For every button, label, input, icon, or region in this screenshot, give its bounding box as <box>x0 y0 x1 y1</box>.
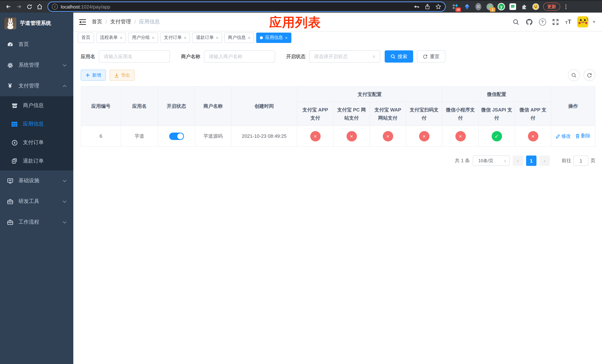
col-merchant: 商户名称 <box>195 86 231 126</box>
add-button[interactable]: 新增 <box>81 70 106 81</box>
close-tab-icon[interactable]: × <box>216 35 218 40</box>
page-1-button[interactable]: 1 <box>526 156 537 166</box>
status-select[interactable]: 请选择开启状态 ∨ <box>309 50 380 63</box>
app-name-label: 应用名 <box>81 53 95 60</box>
sidebar-item-label: 商户信息 <box>23 102 44 109</box>
delete-button[interactable]: 删除 <box>575 133 591 139</box>
next-page-button[interactable]: › <box>539 156 550 166</box>
breadcrumb-home[interactable]: 首页 <box>92 19 102 25</box>
sidebar-item-merchant-info[interactable]: 商户信息 <box>0 96 73 115</box>
extension-blocks-icon[interactable]: 10 <box>452 3 459 10</box>
sidebar-item-infrastructure[interactable]: 基础设施 <box>0 170 73 191</box>
reload-icon[interactable] <box>24 2 34 11</box>
sidebar-item-payment[interactable]: ¥ 支付管理 <box>0 75 73 96</box>
status-toggle[interactable] <box>169 132 184 140</box>
refresh-table-button[interactable] <box>583 69 595 81</box>
edit-button[interactable]: 修改 <box>556 133 571 139</box>
search-button[interactable]: 搜索 <box>385 50 413 63</box>
sidebar-item-pay-orders[interactable]: ¥ 支付订单 <box>0 133 73 152</box>
share-icon[interactable] <box>425 4 430 10</box>
close-tab-icon[interactable]: × <box>248 35 250 40</box>
reset-button[interactable]: 重置 <box>417 50 445 63</box>
url-bar[interactable]: i localhost:1024/pay/app <box>47 1 446 12</box>
toggle-search-button[interactable] <box>568 69 580 81</box>
app-title: 芋道管理系统 <box>20 20 51 27</box>
tab-流程表单[interactable]: 流程表单× <box>96 32 126 43</box>
sidebar-item-app-info[interactable]: 应用信息 <box>0 115 73 133</box>
col-actions: 操作 <box>551 86 595 126</box>
extension-command-icon[interactable]: ⌘ <box>475 3 482 10</box>
config-status-wx-jsapi: ✓ <box>492 131 502 141</box>
site-info-icon[interactable]: i <box>52 4 58 10</box>
tab-label: 应用信息 <box>265 34 283 41</box>
total-count: 共 1 条 <box>455 157 470 164</box>
document-icon <box>11 158 18 164</box>
breadcrumb-payment[interactable]: 支付管理 <box>110 19 131 25</box>
col-wx-app: 微信 APP 支付 <box>515 102 551 126</box>
sidebar-fold-icon[interactable] <box>73 19 92 25</box>
search-icon[interactable] <box>512 18 520 26</box>
tab-首页[interactable]: 首页 <box>78 32 94 43</box>
extension-gem-icon[interactable] <box>463 3 471 10</box>
extension-y-icon[interactable]: y <box>498 3 505 10</box>
table-row: 6 芋道 芋道源码 2021-10-23 08:49:25 × × × × × … <box>81 126 595 146</box>
tab-应用信息[interactable]: 应用信息× <box>256 32 291 43</box>
home-icon[interactable] <box>35 2 44 11</box>
sidebar-item-refund-orders[interactable]: 退款订单 <box>0 152 73 170</box>
browser-menu-icon[interactable] <box>563 4 568 9</box>
chevron-down-icon <box>63 64 67 66</box>
prev-page-button[interactable]: ‹ <box>513 156 523 166</box>
user-avatar[interactable] <box>577 16 588 27</box>
cell-app-id: 6 <box>81 126 121 146</box>
url-text[interactable]: localhost:1024/pay/app <box>61 4 414 10</box>
extension-chat-icon[interactable] <box>509 3 516 10</box>
close-tab-icon[interactable]: × <box>285 35 288 40</box>
forward-icon[interactable] <box>14 2 24 11</box>
fullscreen-icon[interactable] <box>552 18 559 26</box>
col-status: 开启状态 <box>158 86 195 126</box>
close-tab-icon[interactable]: × <box>152 35 154 40</box>
app-logo[interactable]: 芋道管理系统 <box>0 13 73 34</box>
sidebar-item-dev-tools[interactable]: 研发工具 <box>0 191 73 212</box>
back-icon[interactable] <box>4 2 13 11</box>
extensions-strip: 10 ⌘ 1 y <box>452 3 539 10</box>
export-button[interactable]: 导出 <box>110 70 135 81</box>
col-app-id: 应用编号 <box>81 86 121 126</box>
tab-支付订单[interactable]: 支付订单× <box>160 32 190 43</box>
config-status-alipay-wap: × <box>383 131 393 141</box>
github-icon[interactable] <box>526 18 533 26</box>
close-tab-icon[interactable]: × <box>184 35 186 40</box>
search-icon <box>391 54 395 59</box>
yen-icon: ¥ <box>7 82 13 90</box>
tab-label: 支付订单 <box>164 34 182 41</box>
sidebar-item-system[interactable]: 系统管理 <box>0 55 73 75</box>
bookmark-star-icon[interactable] <box>435 4 441 10</box>
browser-update-button[interactable]: 更新 <box>543 3 560 11</box>
merchant-name-input[interactable]: 请输入商户名称 <box>204 50 275 63</box>
config-status-wx-mini: × <box>455 131 466 141</box>
help-icon[interactable]: ? <box>539 18 546 25</box>
profile-avatar-icon[interactable] <box>532 3 539 10</box>
page-size-select[interactable]: 10条/页 ∨ <box>473 156 510 166</box>
col-alipay-qr: 支付宝扫码支付 <box>406 102 442 126</box>
extension-circle-icon[interactable]: 1 <box>486 3 494 10</box>
breadcrumb-separator: / <box>134 19 136 25</box>
cell-app-name: 芋道 <box>121 126 158 146</box>
shop-icon <box>11 102 18 109</box>
avatar-caret-icon[interactable]: ▼ <box>592 20 596 24</box>
sidebar-item-label: 系统管理 <box>19 62 39 68</box>
password-key-icon[interactable] <box>414 4 419 10</box>
extensions-puzzle-icon[interactable] <box>521 3 528 10</box>
sidebar-item-workflow[interactable]: 工作流程 <box>0 212 73 233</box>
close-tab-icon[interactable]: × <box>120 35 122 40</box>
tab-用户分组[interactable]: 用户分组× <box>128 32 158 43</box>
font-size-icon[interactable]: TT <box>565 19 571 25</box>
app-name-input[interactable]: 请输入应用名 <box>99 50 170 63</box>
sidebar-item-home[interactable]: 首页 <box>0 34 73 55</box>
col-alipay-wap: 支付宝 WAP 网站支付 <box>370 102 406 126</box>
tab-退款订单[interactable]: 退款订单× <box>192 32 222 43</box>
chevron-down-icon: ∨ <box>504 159 506 163</box>
tab-商户信息[interactable]: 商户信息× <box>224 32 254 43</box>
goto-page-input[interactable]: 1 <box>573 156 588 166</box>
navbar-actions: ? TT ▼ <box>512 16 602 27</box>
